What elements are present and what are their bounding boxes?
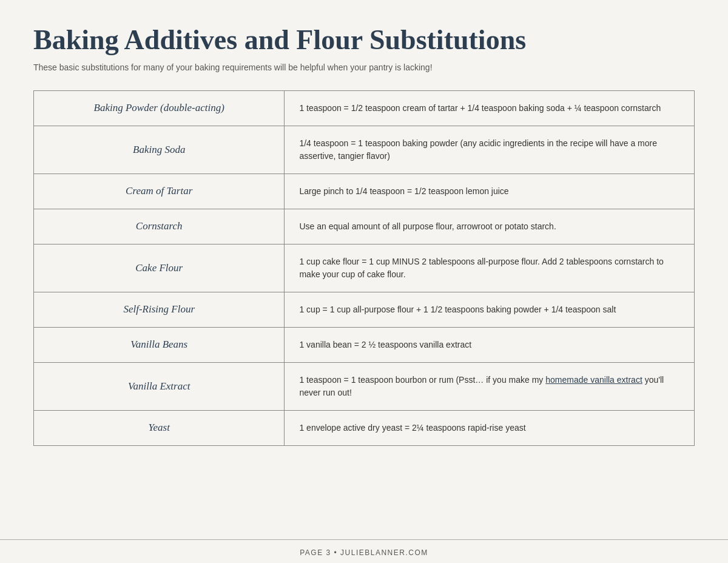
ingredient-cell: Vanilla Beans	[34, 328, 285, 362]
ingredient-cell: Yeast	[34, 411, 285, 445]
substitution-cell: 1/4 teaspoon = 1 teaspoon baking powder …	[285, 126, 694, 174]
ingredient-cell: Baking Powder (double-acting)	[34, 91, 285, 126]
table-row: Yeast1 envelope active dry yeast = 2¼ te…	[34, 411, 694, 445]
substitution-cell: 1 cup = 1 cup all-purpose flour + 1 1/2 …	[285, 292, 694, 327]
substitution-text: Use an equal amount of all purpose flour…	[299, 220, 556, 233]
table-row: Self-Rising Flour1 cup = 1 cup all-purpo…	[34, 292, 694, 328]
ingredient-name: Cake Flour	[135, 262, 183, 274]
table-row: Baking Powder (double-acting)1 teaspoon …	[34, 91, 694, 126]
substitution-cell: 1 vanilla bean = 2 ½ teaspoons vanilla e…	[285, 328, 694, 362]
table-row: Baking Soda1/4 teaspoon = 1 teaspoon bak…	[34, 126, 694, 174]
table-row: CornstarchUse an equal amount of all pur…	[34, 209, 694, 244]
substitution-cell: Use an equal amount of all purpose flour…	[285, 209, 694, 244]
substitution-text: 1 envelope active dry yeast = 2¼ teaspoo…	[299, 422, 525, 434]
substitution-cell: 1 teaspoon = 1/2 teaspoon cream of tarta…	[285, 91, 694, 126]
substitution-text: 1/4 teaspoon = 1 teaspoon baking powder …	[299, 137, 679, 163]
ingredient-name: Cornstarch	[136, 220, 183, 232]
substitution-text: Large pinch to 1/4 teaspoon = 1/2 teaspo…	[299, 185, 508, 198]
ingredient-cell: Cornstarch	[34, 209, 285, 244]
ingredient-cell: Baking Soda	[34, 126, 285, 174]
ingredient-name: Cream of Tartar	[126, 185, 192, 197]
page-title: Baking Additives and Flour Substitutions	[33, 24, 695, 56]
ingredient-name: Vanilla Extract	[128, 380, 190, 393]
substitution-text: 1 vanilla bean = 2 ½ teaspoons vanilla e…	[299, 339, 471, 351]
substitutions-table: Baking Powder (double-acting)1 teaspoon …	[33, 90, 695, 446]
ingredient-name: Vanilla Beans	[130, 339, 187, 351]
substitution-cell: 1 cup cake flour = 1 cup MINUS 2 tablesp…	[285, 244, 694, 292]
ingredient-cell: Cake Flour	[34, 244, 285, 292]
ingredient-name: Self-Rising Flour	[123, 303, 195, 315]
page-subtitle: These basic substitutions for many of yo…	[33, 62, 695, 72]
substitution-cell: 1 envelope active dry yeast = 2¼ teaspoo…	[285, 411, 694, 445]
table-row: Vanilla Beans1 vanilla bean = 2 ½ teaspo…	[34, 328, 694, 363]
substitution-cell: Large pinch to 1/4 teaspoon = 1/2 teaspo…	[285, 174, 694, 209]
ingredient-name: Baking Powder (double-acting)	[94, 102, 224, 114]
ingredient-name: Yeast	[149, 422, 170, 434]
ingredient-name: Baking Soda	[133, 144, 185, 156]
substitution-text: 1 cup = 1 cup all-purpose flour + 1 1/2 …	[299, 303, 616, 316]
substitution-text: 1 teaspoon = 1/2 teaspoon cream of tarta…	[299, 102, 661, 115]
ingredient-cell: Self-Rising Flour	[34, 292, 285, 327]
ingredient-cell: Vanilla Extract	[34, 363, 285, 410]
table-row: Cake Flour1 cup cake flour = 1 cup MINUS…	[34, 244, 694, 292]
substitution-text: 1 cup cake flour = 1 cup MINUS 2 tablesp…	[299, 255, 679, 281]
substitution-text: 1 teaspoon = 1 teaspoon bourbon or rum (…	[299, 374, 679, 399]
table-row: Cream of TartarLarge pinch to 1/4 teaspo…	[34, 174, 694, 209]
table-row: Vanilla Extract1 teaspoon = 1 teaspoon b…	[34, 363, 694, 411]
substitution-cell: 1 teaspoon = 1 teaspoon bourbon or rum (…	[285, 363, 694, 410]
page-wrapper: Baking Additives and Flour Substitutions…	[0, 0, 728, 539]
ingredient-cell: Cream of Tartar	[34, 174, 285, 209]
page-footer: PAGE 3 • JULIEBLANNER.COM	[0, 539, 728, 563]
